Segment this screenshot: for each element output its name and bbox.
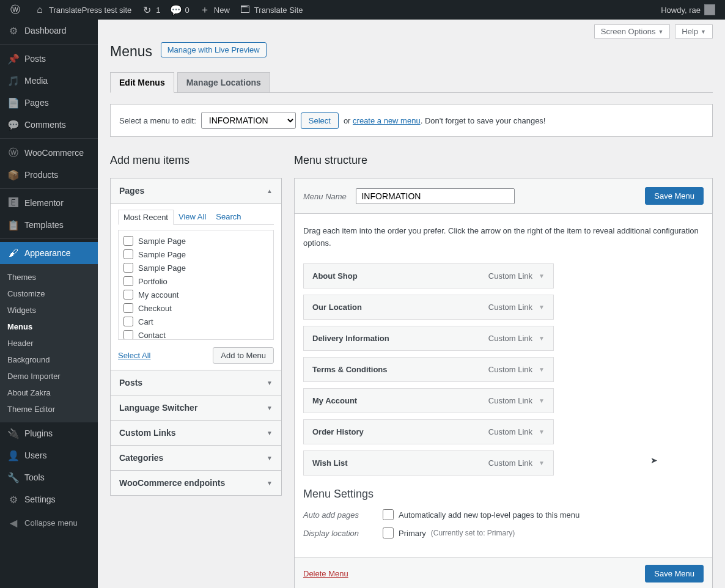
page-checkbox[interactable]: [123, 303, 133, 313]
screen-options-button[interactable]: Screen Options▼: [594, 24, 671, 39]
help-button[interactable]: Help▼: [675, 24, 713, 39]
admin-sidebar: ⚙Dashboard📌Posts🎵Media📄Pages💬CommentsⓦWo…: [0, 20, 98, 588]
accordion-woocommerce-endpoints-header[interactable]: WooCommerce endpoints▼: [111, 470, 281, 495]
chevron-down-icon: ▼: [539, 428, 545, 435]
subtab-search[interactable]: Search: [211, 210, 246, 224]
sidebar-item-woocommerce[interactable]: ⓦWooCommerce: [0, 142, 98, 164]
submenu-customize[interactable]: Customize: [0, 285, 98, 302]
menu-item[interactable]: Wish ListCustom Link▼: [303, 450, 554, 476]
auto-add-checkbox[interactable]: [383, 509, 394, 520]
menu-name-label: Menu Name: [303, 192, 347, 201]
menu-item[interactable]: About ShopCustom Link▼: [303, 263, 554, 288]
sidebar-item-pages[interactable]: 📄Pages: [0, 92, 98, 114]
sidebar-item-comments[interactable]: 💬Comments: [0, 114, 98, 136]
chevron-down-icon: ▼: [267, 480, 273, 487]
save-menu-button-bottom[interactable]: Save Menu: [645, 565, 704, 582]
menu-icon: 📋: [7, 219, 20, 231]
menu-settings-heading: Menu Settings: [303, 488, 704, 501]
page-checkbox[interactable]: [123, 263, 133, 273]
new-content-link[interactable]: ＋New: [194, 0, 235, 20]
accordion-custom-links-header[interactable]: Custom Links▼: [111, 420, 281, 445]
site-name-link[interactable]: ⌂TranslatePress test site: [29, 0, 136, 20]
page-list[interactable]: Sample PageSample PageSample PagePortfol…: [118, 230, 274, 340]
page-item[interactable]: My account: [122, 288, 270, 301]
page-item[interactable]: Contact: [122, 328, 270, 340]
sidebar-item-dashboard[interactable]: ⚙Dashboard: [0, 20, 98, 42]
accordion-categories-header[interactable]: Categories▼: [111, 445, 281, 470]
add-to-menu-button[interactable]: Add to Menu: [213, 347, 274, 364]
pages-subtabs: Most Recent View All Search: [118, 210, 274, 225]
sidebar-item-products[interactable]: 📦Products: [0, 164, 98, 186]
page-item[interactable]: Sample Page: [122, 234, 270, 248]
page-item[interactable]: Portfolio: [122, 274, 270, 288]
sidebar-item-media[interactable]: 🎵Media: [0, 70, 98, 92]
live-preview-button[interactable]: Manage with Live Preview: [161, 42, 267, 57]
tab-edit-menus[interactable]: Edit Menus: [110, 72, 174, 93]
admin-bar: ⓦ ⌂TranslatePress test site ↻1 💬0 ＋New 🗔…: [0, 0, 725, 20]
save-menu-button-top[interactable]: Save Menu: [645, 187, 704, 205]
create-new-menu-link[interactable]: create a new menu: [353, 116, 421, 125]
submenu-demo-importer[interactable]: Demo Importer: [0, 368, 98, 384]
updates-link[interactable]: ↻1: [136, 0, 165, 20]
submenu-about-zakra[interactable]: About Zakra: [0, 384, 98, 401]
sidebar-item-users[interactable]: 👤Users: [0, 444, 98, 466]
wp-logo[interactable]: ⓦ: [5, 0, 29, 20]
page-checkbox[interactable]: [123, 317, 133, 326]
menu-item[interactable]: Order HistoryCustom Link▼: [303, 419, 554, 444]
menu-item[interactable]: Our LocationCustom Link▼: [303, 295, 554, 320]
page-checkbox[interactable]: [123, 330, 133, 340]
home-icon: ⌂: [34, 4, 45, 15]
tab-manage-locations[interactable]: Manage Locations: [177, 72, 270, 93]
plus-icon: ＋: [199, 4, 210, 15]
submenu-background[interactable]: Background: [0, 351, 98, 368]
subtab-most-recent[interactable]: Most Recent: [118, 210, 174, 225]
sidebar-item-appearance[interactable]: 🖌Appearance: [0, 242, 98, 264]
sidebar-item-tools[interactable]: 🔧Tools: [0, 466, 98, 488]
comments-link[interactable]: 💬0: [166, 0, 194, 20]
menu-dropdown[interactable]: INFORMATION: [201, 112, 296, 129]
display-location-label: Display location: [303, 529, 383, 538]
sidebar-item-posts[interactable]: 📌Posts: [0, 48, 98, 70]
page-item[interactable]: Cart: [122, 315, 270, 328]
page-item[interactable]: Checkout: [122, 301, 270, 315]
page-item[interactable]: Sample Page: [122, 261, 270, 274]
accordion-language-switcher-header[interactable]: Language Switcher▼: [111, 395, 281, 420]
wordpress-icon: ⓦ: [10, 4, 21, 15]
select-all-link[interactable]: Select All: [118, 351, 150, 360]
collapse-menu[interactable]: ◀Collapse menu: [0, 510, 98, 535]
submenu-theme-editor[interactable]: Theme Editor: [0, 401, 98, 417]
menu-icon: 🎵: [7, 75, 20, 87]
sidebar-item-elementor[interactable]: 🅴Elementor: [0, 192, 98, 214]
subtab-view-all[interactable]: View All: [174, 210, 211, 224]
chevron-down-icon: ▼: [539, 335, 545, 342]
accordion-posts-header[interactable]: Posts▼: [111, 370, 281, 395]
submenu-widgets[interactable]: Widgets: [0, 302, 98, 318]
sidebar-item-plugins[interactable]: 🔌Plugins: [0, 422, 98, 444]
menu-icon: ⓦ: [7, 147, 20, 159]
my-account[interactable]: Howdy, rae: [656, 0, 720, 20]
page-title: Menus: [110, 39, 152, 62]
menu-item[interactable]: Terms & ConditionsCustom Link▼: [303, 357, 554, 382]
page-checkbox[interactable]: [123, 249, 133, 259]
submenu-menus[interactable]: Menus: [0, 318, 98, 335]
page-checkbox[interactable]: [123, 290, 133, 300]
select-button[interactable]: Select: [301, 112, 339, 129]
translate-site-link[interactable]: 🗔Translate Site: [235, 0, 308, 20]
menu-item[interactable]: Delivery InformationCustom Link▼: [303, 326, 554, 351]
menu-item[interactable]: My AccountCustom Link▼: [303, 388, 554, 413]
sidebar-item-templates[interactable]: 📋Templates: [0, 214, 98, 236]
delete-menu-link[interactable]: Delete Menu: [303, 569, 348, 578]
accordion-pages-header[interactable]: Pages ▲: [111, 178, 281, 203]
menu-icon: 👤: [7, 449, 20, 461]
page-checkbox[interactable]: [123, 236, 133, 246]
menu-structure-heading: Menu structure: [294, 154, 713, 167]
menu-name-input[interactable]: [356, 188, 515, 204]
submenu-header[interactable]: Header: [0, 335, 98, 351]
menu-icon: 📦: [7, 169, 20, 181]
chevron-down-icon: ▼: [539, 304, 545, 311]
page-item[interactable]: Sample Page: [122, 248, 270, 261]
page-checkbox[interactable]: [123, 276, 133, 286]
primary-checkbox[interactable]: [383, 527, 394, 538]
sidebar-item-settings[interactable]: ⚙Settings: [0, 488, 98, 510]
submenu-themes[interactable]: Themes: [0, 269, 98, 285]
